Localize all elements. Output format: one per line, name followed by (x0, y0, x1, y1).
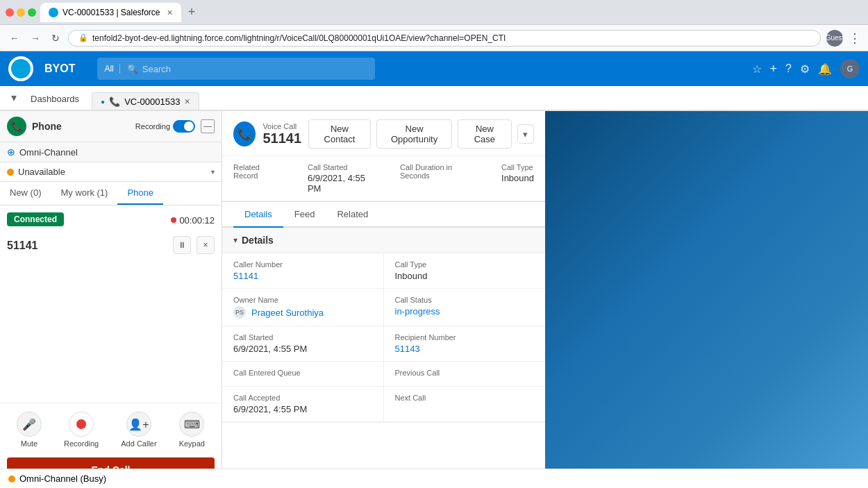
new-tab-button[interactable]: + (184, 3, 200, 21)
new-case-button[interactable]: New Case (458, 119, 512, 149)
sf-logo (8, 56, 33, 81)
owner-name-field: Owner Name PS Prageet Surothiya (222, 289, 384, 326)
tab-phone[interactable]: Phone (117, 182, 163, 205)
browser-tab-close[interactable]: × (167, 7, 173, 18)
caller-number-value[interactable]: 51141 (233, 271, 372, 281)
status-bar: Omni-Channel (Busy) (0, 469, 868, 488)
next-call-field: Next Call (384, 387, 546, 422)
call-status-field: Call Status in-progress (384, 289, 546, 326)
add-caller-button[interactable]: 👤+ Add Caller (121, 412, 156, 448)
keypad-button[interactable]: ⌨ Keypad (179, 412, 205, 448)
close-call-button[interactable]: × (197, 236, 215, 254)
profile-avatar[interactable]: Guest (826, 30, 843, 47)
vc-subtitle: Voice Call (262, 122, 301, 131)
call-status-label: Call Status (395, 296, 535, 304)
details-panel: ▾ Details Caller Number 51141 Call Type … (222, 228, 545, 488)
browser-tab[interactable]: VC-00001533 | Salesforce × (40, 3, 181, 22)
left-panel: 📞 Phone Recording — ⊕ Omni-Channel Unava… (0, 111, 222, 488)
nav-tab-close[interactable]: × (184, 96, 190, 107)
app-name: BYOT (44, 62, 75, 75)
user-avatar[interactable]: G (840, 59, 860, 78)
call-type-field: Call Type Inbound (501, 163, 534, 194)
sf-right-background (545, 111, 868, 488)
recipient-number-field: Recipient Number 51143 (384, 326, 546, 362)
owner-avatar: PS (233, 306, 246, 319)
forward-button[interactable]: → (28, 30, 43, 47)
call-panel: Connected 00:00:12 51141 ⏸ × (0, 205, 222, 403)
omni-channel-icon: ⊕ (7, 146, 15, 158)
status-row[interactable]: Unavailable ▾ (0, 162, 222, 182)
related-record-label: Related Record (233, 163, 280, 180)
tab-feed[interactable]: Feed (283, 202, 326, 228)
caller-number-field: Caller Number 51141 (222, 253, 384, 289)
sf-logo-inner (11, 59, 31, 78)
browser-close-btn[interactable] (6, 8, 14, 17)
call-timer: 00:00:12 (171, 215, 215, 226)
call-type-label: Call Type (501, 163, 534, 171)
gear-icon[interactable]: ⚙ (800, 62, 810, 76)
call-accepted-label: Call Accepted (233, 394, 372, 402)
call-accepted-field: Call Accepted 6/9/2021, 4:55 PM (222, 387, 384, 422)
vc-title-area: Voice Call 51141 (262, 122, 301, 146)
bell-icon[interactable]: 🔔 (818, 62, 832, 76)
recording-action-button[interactable]: Recording (64, 412, 99, 448)
tab-bar: VC-00001533 | Salesforce × + (40, 3, 862, 22)
voice-call-card: 📞 Voice Call 51141 New Contact New Oppor… (222, 111, 545, 202)
search-container: All 🔍 (97, 58, 375, 80)
status-text: Unavailable (18, 167, 207, 177)
call-number: 51141 (7, 239, 38, 252)
status-dot (7, 169, 14, 176)
help-icon[interactable]: ? (785, 62, 792, 75)
recording-action-icon (69, 412, 94, 437)
chevron-down-icon: ▾ (211, 168, 215, 176)
recording-label: Recording (135, 122, 170, 131)
call-duration-label: Call Duration in Seconds (400, 163, 474, 180)
mute-button[interactable]: 🎤 Mute (17, 412, 42, 448)
call-type-value: Inbound (501, 173, 534, 183)
previous-call-label: Previous Call (395, 369, 535, 377)
action-buttons: 🎤 Mute Recording 👤+ Add Caller ⌨ Keypad (0, 403, 222, 452)
nav-item-dashboards[interactable]: Dashboards (21, 88, 89, 111)
phone-green-icon: 📞 (7, 117, 26, 136)
add-caller-icon: 👤+ (126, 412, 151, 437)
browser-menu-icon[interactable]: ⋮ (849, 31, 861, 46)
phone-nav-icon: 📞 (109, 96, 120, 107)
vc-actions-dropdown[interactable]: ▾ (517, 124, 534, 144)
browser-minimize-btn[interactable] (17, 8, 25, 17)
nav-tab-vc[interactable]: ● 📞 VC-00001533 × (92, 92, 199, 110)
tab-details[interactable]: Details (233, 202, 283, 228)
details-grid: Caller Number 51141 Call Type Inbound Ow… (222, 253, 545, 423)
refresh-button[interactable]: ↻ (49, 30, 62, 47)
recording-toggle[interactable] (173, 120, 195, 133)
address-bar[interactable]: 🔒 tenfold2-byot-dev-ed.lightning.force.c… (68, 30, 821, 47)
call-type-detail-field: Call Type Inbound (384, 253, 546, 289)
owner-name-value[interactable]: PS Prageet Surothiya (233, 306, 372, 319)
sf-appbar: BYOT All 🔍 ☆ + ? ⚙ 🔔 G (0, 51, 868, 86)
tab-my-work[interactable]: My work (1) (51, 182, 118, 205)
search-input[interactable] (142, 64, 281, 74)
call-entered-queue-label: Call Entered Queue (233, 369, 372, 377)
call-entered-queue-field: Call Entered Queue (222, 362, 384, 387)
add-icon[interactable]: + (770, 62, 778, 76)
address-bar-row: ← → ↻ 🔒 tenfold2-byot-dev-ed.lightning.f… (0, 25, 868, 51)
browser-maximize-btn[interactable] (28, 8, 36, 17)
tab-new[interactable]: New (0) (0, 182, 51, 205)
new-contact-button[interactable]: New Contact (308, 119, 371, 149)
search-all-label[interactable]: All (104, 64, 119, 74)
nav-dots[interactable]: ▾ (7, 86, 21, 110)
recipient-number-value[interactable]: 51143 (395, 344, 535, 354)
details-section-header[interactable]: ▾ Details (222, 228, 545, 253)
call-controls: ⏸ × (173, 236, 215, 254)
tab-related[interactable]: Related (326, 202, 379, 228)
omni-channel-label: Omni-Channel (19, 147, 215, 158)
back-button[interactable]: ← (7, 30, 22, 47)
minimize-button[interactable]: — (201, 119, 215, 133)
pause-button[interactable]: ⏸ (173, 236, 191, 254)
keypad-label: Keypad (179, 439, 205, 448)
timer-value: 00:00:12 (179, 215, 215, 226)
favorites-icon[interactable]: ☆ (752, 62, 762, 76)
call-status-value: in-progress (395, 306, 535, 317)
call-started-label: Call Started (308, 163, 372, 171)
detail-tabs: Details Feed Related (222, 202, 545, 228)
new-opportunity-button[interactable]: New Opportunity (376, 119, 452, 149)
